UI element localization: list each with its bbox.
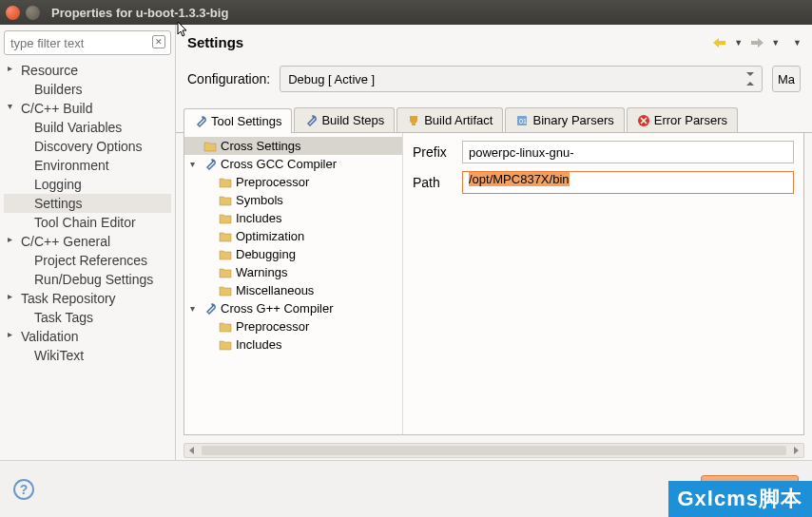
tool-item-preprocessor[interactable]: Preprocessor [184, 317, 402, 335]
nav-item-project-references[interactable]: Project References [4, 251, 171, 270]
history-nav: ▼ ▼ ▼ [710, 36, 804, 49]
tool-item-optimization[interactable]: Optimization [184, 227, 402, 245]
filter-input[interactable] [4, 30, 171, 55]
prefix-input[interactable] [462, 141, 794, 163]
nav-item-resource[interactable]: Resource [4, 61, 171, 80]
back-icon[interactable] [712, 36, 727, 49]
watermark: Gxlcms脚本 [668, 481, 813, 517]
config-label: Configuration: [187, 71, 270, 86]
tab-build-artifact[interactable]: Build Artifact [396, 107, 503, 132]
nav-item-task-repository[interactable]: Task Repository [4, 289, 171, 308]
nav-item-builders[interactable]: Builders [4, 80, 171, 99]
help-icon[interactable]: ? [13, 479, 34, 500]
tool-item-cross-g++-compiler[interactable]: ▾Cross G++ Compiler [184, 299, 402, 317]
path-label: Path [413, 175, 454, 190]
nav-item-build-variables[interactable]: Build Variables [4, 118, 171, 137]
tool-item-includes[interactable]: Includes [184, 335, 402, 354]
nav-item-settings[interactable]: Settings [4, 194, 171, 213]
nav-panel: ✕ ResourceBuildersC/C++ BuildBuild Varia… [0, 25, 176, 460]
tab-tool-settings[interactable]: Tool Settings [184, 108, 292, 133]
tab-build-steps[interactable]: Build Steps [294, 107, 395, 132]
close-icon[interactable] [6, 6, 20, 20]
nav-item-discovery-options[interactable]: Discovery Options [4, 137, 171, 156]
svg-text:01: 01 [519, 118, 527, 124]
minimize-icon[interactable] [26, 6, 40, 20]
nav-item-environment[interactable]: Environment [4, 156, 171, 175]
nav-item-validation[interactable]: Validation [4, 327, 171, 346]
forward-menu-icon[interactable]: ▼ [768, 38, 783, 48]
window-title: Properties for u-boot-1.3.3-big [51, 6, 228, 20]
nav-item-wikitext[interactable]: WikiText [4, 346, 171, 365]
path-input[interactable]: /opt/MPC837X/bin [462, 171, 794, 194]
tool-item-cross-gcc-compiler[interactable]: ▾Cross GCC Compiler [184, 155, 402, 173]
back-menu-icon[interactable]: ▼ [731, 38, 745, 48]
horizontal-scrollbar[interactable] [184, 443, 804, 458]
titlebar: Properties for u-boot-1.3.3-big [0, 0, 812, 25]
forward-icon[interactable] [749, 36, 764, 49]
tab-binary-parsers[interactable]: 01Binary Parsers [505, 107, 624, 132]
manage-config-button[interactable]: Ma [772, 66, 801, 92]
nav-item-task-tags[interactable]: Task Tags [4, 308, 171, 327]
tool-item-debugging[interactable]: Debugging [184, 245, 402, 263]
nav-item-logging[interactable]: Logging [4, 175, 171, 194]
tool-item-miscellaneous[interactable]: Miscellaneous [184, 281, 402, 299]
prefix-label: Prefix [413, 144, 454, 160]
nav-item-c-c-build[interactable]: C/C++ Build [4, 99, 171, 118]
config-select[interactable]: Debug [ Active ] [280, 66, 763, 92]
tool-item-preprocessor[interactable]: Preprocessor [184, 173, 402, 191]
page-title: Settings [187, 34, 710, 50]
clear-filter-icon[interactable]: ✕ [152, 35, 165, 48]
nav-item-run-debug-settings[interactable]: Run/Debug Settings [4, 270, 171, 289]
tool-item-cross-settings[interactable]: Cross Settings [184, 137, 402, 155]
tool-item-symbols[interactable]: Symbols [184, 191, 402, 209]
view-menu-icon[interactable]: ▼ [790, 38, 804, 48]
tab-error-parsers[interactable]: Error Parsers [627, 107, 738, 132]
nav-item-c-c-general[interactable]: C/C++ General [4, 232, 171, 251]
tool-item-warnings[interactable]: Warnings [184, 263, 402, 281]
nav-item-tool-chain-editor[interactable]: Tool Chain Editor [4, 213, 171, 232]
tool-item-includes[interactable]: Includes [184, 209, 402, 227]
